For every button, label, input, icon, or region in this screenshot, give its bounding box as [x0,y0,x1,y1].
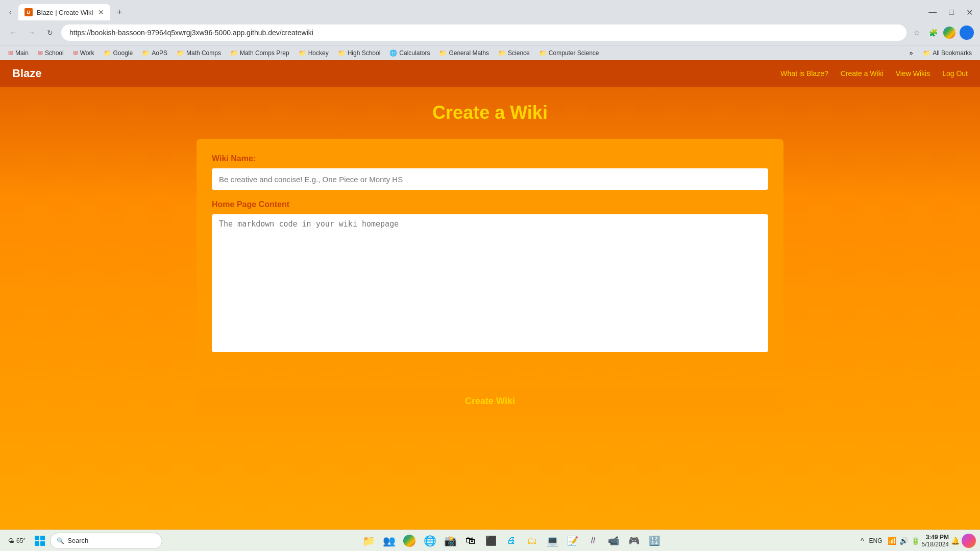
more-bookmarks-button[interactable]: » [906,48,916,58]
what-is-blaze-link[interactable]: What is Blaze? [780,69,828,78]
folder-icon [104,49,111,57]
bookmark-math-comps-prep[interactable]: Math Comps Prep [226,48,293,58]
extensions-icon[interactable]: 🧩 [927,27,939,39]
folder-icon [539,49,547,57]
blaze-navbar: Blaze What is Blaze? Create a Wiki View … [0,60,980,87]
bookmark-label: Science [508,49,530,57]
taskbar-app-edge[interactable]: 🌐 [421,532,439,550]
taskbar-app-slack[interactable]: # [584,532,602,550]
forward-button[interactable]: → [24,26,39,40]
folder-icon [230,49,238,57]
minimize-button[interactable]: — [925,7,940,18]
bookmark-computer-science[interactable]: Computer Science [535,48,603,58]
page-title: Create a Wiki [432,102,548,123]
gmail-icon [38,49,43,57]
taskbar-app-store[interactable]: 🛍 [461,532,480,550]
create-wiki-form-card: Wiki Name: Home Page Content [197,139,783,369]
app-content: Blaze What is Blaze? Create a Wiki View … [0,60,980,530]
bookmark-school[interactable]: School [34,48,68,58]
create-wiki-button[interactable]: Create Wiki [197,388,783,415]
url-bar[interactable] [61,24,906,41]
bookmark-label: Main [15,49,29,57]
tab-close-button[interactable]: ✕ [98,8,104,16]
bookmark-aops[interactable]: AoPS [138,48,172,58]
bookmark-math-comps[interactable]: Math Comps [173,48,225,58]
taskbar-app-files[interactable]: 🗂 [523,532,541,550]
taskbar-color-icon[interactable] [962,534,976,548]
google-account-icon[interactable] [943,27,955,39]
taskbar: 🌤 65° 🔍 Search 📁 👥 🌐 📸 [0,530,980,551]
all-bookmarks-button[interactable]: All Bookmarks [919,48,976,58]
taskbar-app-unity[interactable]: 🎮 [625,532,643,550]
bookmark-label: Google [113,49,133,57]
create-a-wiki-link[interactable]: Create a Wiki [841,69,884,78]
search-label: Search [67,537,88,544]
bookmark-science[interactable]: Science [494,48,534,58]
tab-bar-left: ‹ B Blaze | Create Wiki ✕ + [4,4,925,20]
wifi-icon[interactable]: 📶 [888,537,896,545]
folder-icon [177,49,184,57]
folder-icon [299,49,306,57]
refresh-button[interactable]: ↻ [43,26,57,40]
weather-icon: 🌤 [8,537,14,544]
taskbar-app-notepad[interactable]: 📝 [564,532,582,550]
active-tab[interactable]: B Blaze | Create Wiki ✕ [18,4,110,20]
tab-bar: ‹ B Blaze | Create Wiki ✕ + — □ ✕ [0,0,980,20]
taskbar-app-greenshot[interactable]: 📸 [441,532,459,550]
address-actions: ☆ 🧩 [911,26,974,40]
wiki-name-input[interactable] [212,168,768,190]
home-page-textarea[interactable] [212,214,768,352]
blaze-logo: Blaze [12,67,41,80]
clock[interactable]: 3:49 PM 5/18/2024 [922,534,949,548]
tab-back-button[interactable]: ‹ [4,6,16,18]
address-bar: ← → ↻ ☆ 🧩 [0,20,980,45]
bookmark-work[interactable]: Work [69,48,99,58]
home-page-label: Home Page Content [212,200,768,209]
view-wikis-link[interactable]: View Wikis [896,69,930,78]
globe-icon [389,49,397,57]
taskbar-search[interactable]: 🔍 Search [50,533,162,549]
notification-icon[interactable]: 🔔 [951,537,960,545]
bookmark-google[interactable]: Google [100,48,137,58]
maximize-button[interactable]: □ [946,7,957,18]
bookmark-label: General Maths [449,49,489,57]
volume-icon[interactable]: 🔊 [899,537,908,545]
bookmark-label: Work [80,49,94,57]
taskbar-app-vscode[interactable]: 💻 [543,532,561,550]
taskbar-app-chrome[interactable] [400,532,419,550]
taskbar-app-calc[interactable]: 🔢 [645,532,664,550]
tab-title: Blaze | Create Wiki [37,9,94,16]
start-button[interactable] [32,533,48,549]
profile-icon[interactable] [960,26,974,40]
taskbar-app-zoom[interactable]: 📹 [604,532,623,550]
bookmark-label: Computer Science [549,49,599,57]
nav-links: What is Blaze? Create a Wiki View Wikis … [780,69,968,78]
folder-icon [338,49,346,57]
bookmark-label: Math Comps [186,49,221,57]
language-indicator: ENG [867,536,885,545]
log-out-link[interactable]: Log Out [942,69,968,78]
weather-temp: 65° [16,537,26,544]
bookmark-label: School [45,49,64,57]
bookmark-general-maths[interactable]: General Maths [435,48,493,58]
star-icon[interactable]: ☆ [911,27,923,39]
all-bookmarks-label: All Bookmarks [933,49,972,57]
taskbar-app-hp[interactable]: 🖨 [502,532,521,550]
bookmark-calculators[interactable]: Calculators [385,48,434,58]
bookmark-hockey[interactable]: Hockey [295,48,333,58]
wiki-name-label: Wiki Name: [212,154,768,163]
battery-icon[interactable]: 🔋 [911,537,920,545]
back-button[interactable]: ← [6,26,20,40]
windows-icon [35,536,45,546]
taskbar-app-terminal[interactable]: ⬛ [482,532,500,550]
new-tab-button[interactable]: + [112,5,127,19]
close-window-button[interactable]: ✕ [963,7,976,18]
taskbar-app-explorer[interactable]: 📁 [359,532,378,550]
bookmark-label: AoPS [152,49,167,57]
weather-widget: 🌤 65° [4,535,30,546]
bookmark-high-school[interactable]: High School [334,48,385,58]
tray-expand-icon[interactable]: ^ [861,537,864,545]
browser-chrome: ‹ B Blaze | Create Wiki ✕ + — □ ✕ ← → ↻ … [0,0,980,60]
bookmark-main[interactable]: Main [4,48,33,58]
taskbar-app-teams[interactable]: 👥 [380,532,398,550]
